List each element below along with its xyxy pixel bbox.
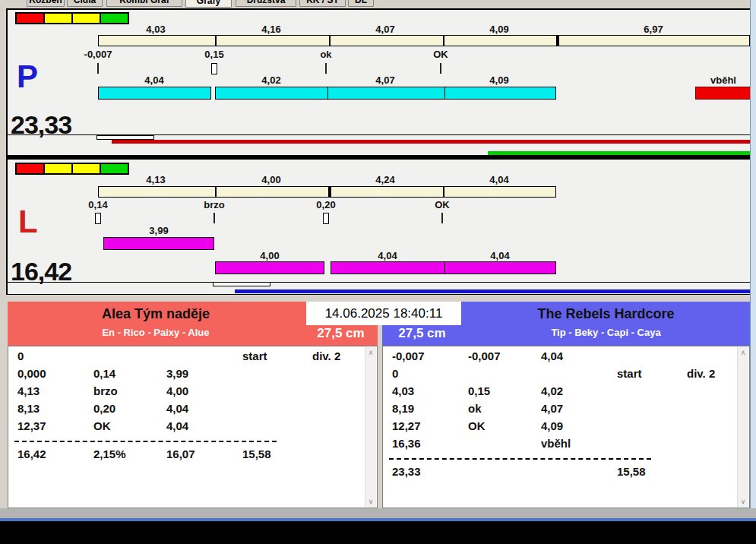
- table-row: 0startdiv. 2: [389, 367, 735, 384]
- bottom-black-bar: [0, 521, 756, 544]
- check-tick: [97, 63, 99, 74]
- table-cell: 4,00: [166, 384, 188, 397]
- run-in-label: vběhl: [710, 75, 736, 85]
- table-cell: 16,36: [392, 437, 421, 450]
- check-tick-box: [95, 213, 101, 224]
- team-name-left: Alea Tým naděje: [8, 306, 304, 322]
- table-scrollbar[interactable]: ∧ ∨: [737, 347, 748, 507]
- status-light-yellow: [71, 14, 100, 23]
- total-time-p: 23,33: [11, 112, 71, 138]
- run-bar: [444, 87, 556, 100]
- progress-marker: [213, 282, 270, 286]
- app-window: Rozběh Čidla Kombi Graf Grafy Družstva K…: [0, 0, 756, 544]
- run-in-bar: [695, 87, 756, 100]
- split-divider-strong: [556, 36, 559, 46]
- timestamp-box: 14.06.2025 18:40:11: [306, 302, 461, 325]
- table-cell: 8,13: [17, 402, 40, 415]
- table-cell: ok: [468, 402, 482, 415]
- table-cell: 15,58: [617, 465, 646, 478]
- status-light-yellow: [71, 164, 100, 173]
- run-bar: [215, 87, 328, 100]
- lane-panel-p: P 4,03 4,16 4,07 4,09 6,97 -0,007 0,15 o…: [6, 8, 750, 155]
- chart-bottom-border: [8, 282, 751, 283]
- run-bar: [327, 87, 445, 100]
- check-label: 0,14: [88, 200, 107, 210]
- status-lights-l: [15, 163, 129, 175]
- table-cell: 4,13: [17, 384, 40, 397]
- split-divider: [215, 36, 217, 46]
- tab-cidla[interactable]: Čidla: [67, 0, 103, 7]
- table-cell: div. 2: [312, 349, 340, 362]
- scroll-down-icon[interactable]: ∨: [369, 498, 374, 505]
- check-label: ok: [320, 49, 331, 59]
- run-label: 4,07: [375, 75, 394, 85]
- run-label: 4,02: [261, 75, 280, 85]
- status-light-green: [100, 164, 128, 173]
- check-tick: [440, 63, 441, 74]
- split-bar-p: [98, 35, 750, 46]
- check-tick: [441, 213, 443, 223]
- table-cell: 16,42: [17, 448, 46, 460]
- table-cell: OK: [93, 419, 111, 432]
- table-cell: div. 2: [687, 367, 715, 380]
- progress-line-blue: [235, 289, 750, 293]
- scroll-up-icon[interactable]: ∧: [369, 349, 374, 356]
- table-rows-left: 0startdiv. 20,0000,143,994,13brzo4,008,1…: [14, 349, 363, 506]
- table-row: 12,27OK4,09: [389, 419, 735, 437]
- scroll-up-icon[interactable]: ∧: [741, 349, 746, 356]
- check-tick-box: [323, 213, 329, 224]
- split-divider: [329, 36, 331, 46]
- tab-rozbeh[interactable]: Rozběh: [27, 0, 65, 7]
- tab-druzstva[interactable]: Družstva: [236, 0, 296, 7]
- table-cell: 16,07: [166, 448, 195, 460]
- table-cell: 15,58: [242, 448, 271, 460]
- table-row: 8,19ok4,07: [389, 402, 735, 419]
- table-row: 4,030,154,02: [389, 384, 735, 402]
- split-label: 4,09: [489, 24, 508, 34]
- check-label: brzo: [204, 200, 224, 210]
- check-label: OK: [435, 200, 450, 210]
- table-cell: OK: [468, 419, 486, 432]
- table-row: 16,422,15%16,0715,58: [14, 448, 363, 465]
- table-row: 0startdiv. 2: [14, 349, 363, 367]
- tab-dl[interactable]: DL: [348, 0, 374, 7]
- table-row: 0,0000,143,99: [14, 367, 363, 384]
- table-cell: 0,15: [468, 384, 490, 397]
- split-label: 4,03: [146, 24, 165, 34]
- check-tick: [325, 63, 327, 74]
- table-separator: [389, 454, 735, 465]
- run-bar: [103, 237, 214, 250]
- lane-letter-p: P: [17, 61, 38, 93]
- tab-grafy[interactable]: Grafy: [185, 0, 232, 8]
- scroll-down-icon[interactable]: ∨: [741, 498, 746, 505]
- table-cell: 4,04: [166, 402, 188, 415]
- split-label: 6,97: [644, 24, 663, 34]
- run-label: 3,99: [149, 226, 168, 236]
- table-row: 12,37OK4,04: [14, 419, 363, 437]
- tab-kk-st[interactable]: KK / ST: [299, 0, 346, 7]
- tab-kombi-graf[interactable]: Kombi Graf: [106, 0, 182, 7]
- run-bar: [215, 261, 324, 274]
- status-light-green: [100, 14, 128, 23]
- run-bar: [444, 261, 556, 274]
- status-lights-p: [15, 12, 129, 24]
- table-cell: -0,007: [468, 349, 501, 362]
- window-edge-strip: [750, 0, 756, 521]
- run-bar: [331, 261, 445, 274]
- split-label: 4,07: [375, 24, 394, 34]
- run-label: 4,09: [489, 75, 508, 85]
- table-scrollbar[interactable]: ∧ ∨: [365, 347, 376, 507]
- table-row: 23,3315,58: [389, 465, 735, 482]
- table-cell: 2,15%: [93, 448, 126, 460]
- split-label: 4,04: [489, 175, 508, 185]
- check-tick-box: [211, 63, 217, 74]
- split-divider: [215, 187, 217, 197]
- table-cell: 0: [17, 349, 24, 362]
- status-strip: [0, 508, 756, 518]
- table-cell: start: [617, 367, 642, 380]
- check-label: -0,007: [84, 49, 112, 59]
- split-label: 4,16: [261, 24, 280, 34]
- total-time-l: 16,42: [11, 258, 71, 284]
- split-bar-l: [98, 186, 556, 198]
- run-label: 4,04: [490, 251, 509, 261]
